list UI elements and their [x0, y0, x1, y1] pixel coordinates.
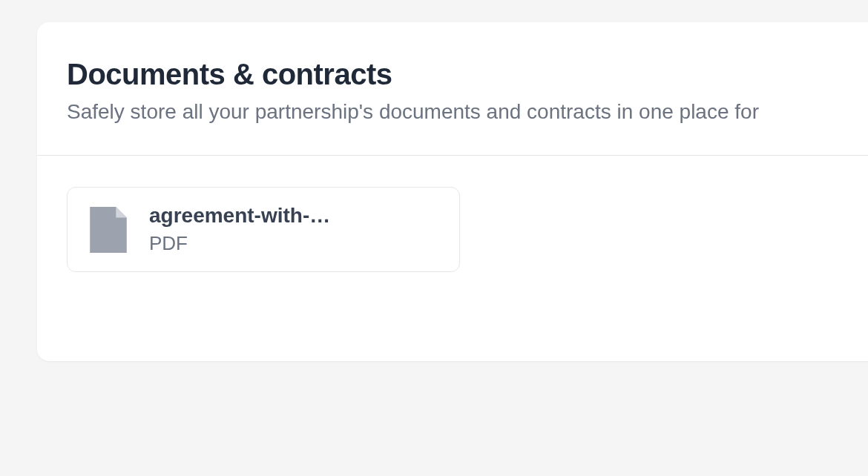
documents-card: Documents & contracts Safely store all y… [37, 22, 868, 361]
file-item[interactable]: agreement-with-… PDF [67, 187, 460, 272]
section-title: Documents & contracts [67, 58, 868, 91]
file-type: PDF [149, 232, 330, 255]
file-info: agreement-with-… PDF [149, 204, 330, 255]
card-header: Documents & contracts Safely store all y… [37, 22, 868, 156]
section-subtitle: Safely store all your partnership's docu… [67, 100, 868, 124]
file-icon [90, 207, 127, 253]
card-body: agreement-with-… PDF [37, 156, 868, 361]
file-name: agreement-with-… [149, 204, 330, 228]
